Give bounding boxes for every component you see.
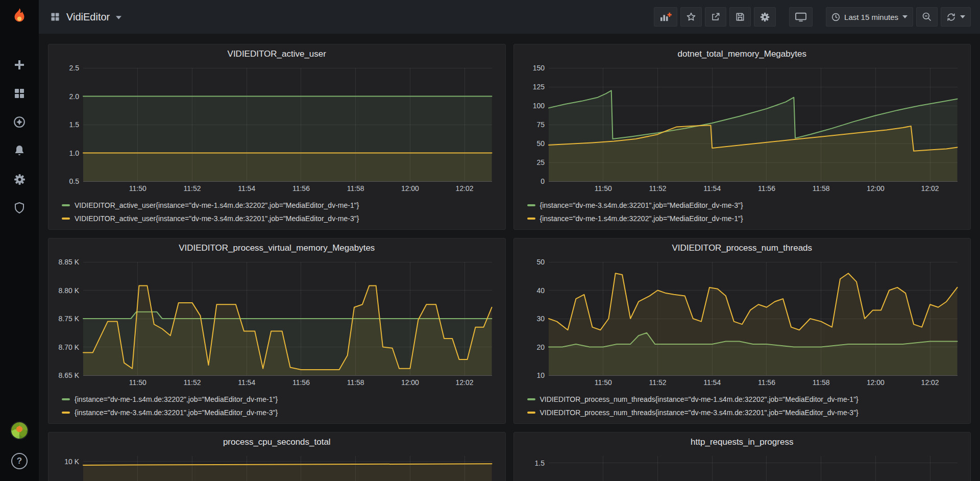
legend-label: {instance="dv-me-1.s4m.de:32202",job="Me… bbox=[75, 395, 278, 403]
plus-icon bbox=[13, 59, 26, 71]
zoom-out-button[interactable] bbox=[916, 7, 938, 27]
svg-text:11:54: 11:54 bbox=[703, 184, 721, 193]
explore-compass-icon bbox=[13, 115, 26, 129]
user-avatar bbox=[10, 421, 29, 440]
apps-grid-icon bbox=[13, 87, 26, 100]
share-button[interactable] bbox=[705, 7, 726, 27]
time-range-picker[interactable]: Last 15 minutes bbox=[826, 7, 913, 27]
clock-icon bbox=[831, 13, 840, 21]
cycle-view-mode-button[interactable] bbox=[789, 7, 813, 27]
refresh-button[interactable] bbox=[941, 7, 971, 27]
panel-title-text: dotnet_total_memory_Megabytes bbox=[678, 49, 806, 59]
panel-title-text: VIDIEDITOR_process_num_threads bbox=[672, 243, 812, 253]
legend-swatch bbox=[62, 204, 70, 206]
svg-text:0.5: 0.5 bbox=[69, 177, 80, 185]
chevron-down-icon bbox=[960, 15, 965, 18]
legend-item[interactable]: VIDIEDITOR_process_num_threads{instance=… bbox=[527, 406, 963, 419]
svg-text:12:00: 12:00 bbox=[401, 378, 419, 387]
share-icon bbox=[710, 12, 721, 22]
tv-icon bbox=[795, 12, 807, 22]
svg-text:10 K: 10 K bbox=[64, 458, 79, 466]
legend-swatch bbox=[62, 398, 70, 400]
dashboard-title-picker[interactable]: VidiEditor bbox=[50, 11, 121, 23]
svg-text:150: 150 bbox=[532, 64, 545, 72]
legend-item[interactable]: VIDIEDITOR_active_user{instance="dv-me-1… bbox=[62, 199, 497, 212]
panel-title[interactable]: http_requests_in_progress bbox=[514, 432, 971, 452]
zoom-out-icon bbox=[922, 12, 932, 22]
user-profile-button[interactable] bbox=[5, 419, 34, 442]
legend-label: {instance="dv-me-1.s4m.de:32202",job="Me… bbox=[540, 214, 743, 223]
svg-text:40: 40 bbox=[536, 286, 545, 295]
sidebar-item-server-admin[interactable] bbox=[5, 196, 34, 220]
panel-dotnet-total-memory: dotnet_total_memory_Megabytes 11:5011:52… bbox=[513, 44, 971, 230]
svg-text:8.65 K: 8.65 K bbox=[59, 371, 80, 379]
svg-text:11:54: 11:54 bbox=[703, 378, 721, 387]
legend-item[interactable]: {instance="dv-me-1.s4m.de:32202",job="Me… bbox=[62, 393, 497, 406]
sidebar-item-create[interactable] bbox=[5, 53, 34, 77]
grafana-logo[interactable] bbox=[0, 0, 39, 34]
dashboard-settings-button[interactable] bbox=[754, 7, 776, 27]
panel-title[interactable]: dotnet_total_memory_Megabytes bbox=[514, 44, 971, 64]
star-button[interactable] bbox=[680, 7, 702, 27]
chart-legend: VIDIEDITOR_active_user{instance="dv-me-1… bbox=[48, 195, 505, 225]
chart-legend: {instance="dv-me-3.s4m.de:32201",job="Me… bbox=[514, 195, 971, 225]
legend-swatch bbox=[62, 218, 70, 220]
panel-title[interactable]: VIDIEDITOR_active_user bbox=[48, 44, 505, 64]
svg-text:125: 125 bbox=[532, 83, 545, 91]
panel-title[interactable]: process_cpu_seconds_total bbox=[48, 432, 505, 452]
svg-text:11:58: 11:58 bbox=[347, 378, 364, 387]
sidebar-item-dashboards[interactable] bbox=[5, 82, 34, 105]
svg-text:11:50: 11:50 bbox=[129, 184, 146, 193]
legend-label: {instance="dv-me-3.s4m.de:32201",job="Me… bbox=[75, 408, 278, 417]
chart-canvas[interactable]: 11:5011:5211:5411:5611:5812:0012:0210203… bbox=[520, 258, 965, 389]
legend-item[interactable]: VIDIEDITOR_process_num_threads{instance=… bbox=[527, 393, 963, 406]
panel-title[interactable]: VIDIEDITOR_process_num_threads bbox=[514, 238, 971, 258]
svg-text:11:50: 11:50 bbox=[594, 184, 611, 193]
sidebar-item-configuration[interactable] bbox=[5, 167, 34, 191]
legend-item[interactable]: {instance="dv-me-3.s4m.de:32201",job="Me… bbox=[527, 199, 963, 212]
bell-icon bbox=[13, 145, 26, 157]
svg-text:2.0: 2.0 bbox=[69, 92, 80, 101]
chart-canvas[interactable]: 11:5011:5211:5411:5611:5812:0012:0202550… bbox=[520, 64, 965, 195]
legend-item[interactable]: {instance="dv-me-1.s4m.de:32202",job="Me… bbox=[527, 212, 963, 225]
main-area: VidiEditor bbox=[39, 0, 980, 481]
chart-canvas[interactable]: 11:5011:5211:5411:5611:5812:0012:020.51.… bbox=[55, 64, 499, 195]
panel-title[interactable]: VIDIEDITOR_process_virtual_memory_Megaby… bbox=[48, 238, 505, 258]
svg-text:2.5: 2.5 bbox=[69, 64, 80, 72]
svg-text:11:58: 11:58 bbox=[347, 184, 364, 193]
svg-text:50: 50 bbox=[536, 139, 545, 148]
legend-swatch bbox=[62, 412, 70, 414]
dashboard-content: VIDIEDITOR_active_user 11:5011:5211:5411… bbox=[39, 34, 980, 481]
time-range-label: Last 15 minutes bbox=[844, 13, 898, 21]
panel-virtual-memory: VIDIEDITOR_process_virtual_memory_Megaby… bbox=[48, 238, 506, 424]
sidebar-item-help[interactable]: ? bbox=[5, 449, 34, 473]
top-navbar: VidiEditor bbox=[39, 0, 980, 34]
legend-label: VIDIEDITOR_process_num_threads{instance=… bbox=[540, 395, 859, 403]
sidebar-item-alerting[interactable] bbox=[5, 139, 34, 162]
legend-item[interactable]: VIDIEDITOR_active_user{instance="dv-me-3… bbox=[62, 212, 497, 225]
add-panel-button[interactable] bbox=[654, 7, 677, 27]
svg-text:8.70 K: 8.70 K bbox=[59, 343, 80, 351]
svg-text:0: 0 bbox=[541, 177, 545, 185]
save-button[interactable] bbox=[729, 7, 751, 27]
series-fill bbox=[83, 153, 492, 182]
svg-text:11:52: 11:52 bbox=[183, 184, 201, 193]
chart-canvas[interactable]: 11:5011:5211:5411:5611:5812:0012:0202.5 … bbox=[55, 452, 499, 481]
svg-text:11:52: 11:52 bbox=[183, 378, 201, 387]
legend-item[interactable]: {instance="dv-me-3.s4m.de:32201",job="Me… bbox=[62, 406, 497, 419]
svg-text:100: 100 bbox=[532, 102, 545, 110]
chevron-down-icon bbox=[116, 16, 121, 19]
chart-legend: VIDIEDITOR_process_num_threads{instance=… bbox=[514, 389, 971, 419]
grafana-flame-icon bbox=[10, 7, 29, 27]
svg-text:11:52: 11:52 bbox=[649, 184, 666, 193]
save-icon bbox=[735, 12, 745, 22]
dashboard-title: VidiEditor bbox=[66, 11, 110, 23]
svg-text:8.85 K: 8.85 K bbox=[59, 258, 80, 266]
chart-canvas[interactable]: 11:5011:5211:5411:5611:5812:0012:028.65 … bbox=[55, 258, 499, 389]
svg-text:25: 25 bbox=[536, 158, 545, 166]
sidebar-item-explore[interactable] bbox=[5, 110, 34, 134]
chart-legend: {instance="dv-me-1.s4m.de:32202",job="Me… bbox=[48, 389, 505, 419]
chart-canvas[interactable]: 11:5011:5211:5411:5611:5812:0012:0200.51… bbox=[520, 452, 965, 481]
legend-swatch bbox=[527, 204, 535, 206]
panel-http-requests: http_requests_in_progress 11:5011:5211:5… bbox=[513, 432, 971, 481]
